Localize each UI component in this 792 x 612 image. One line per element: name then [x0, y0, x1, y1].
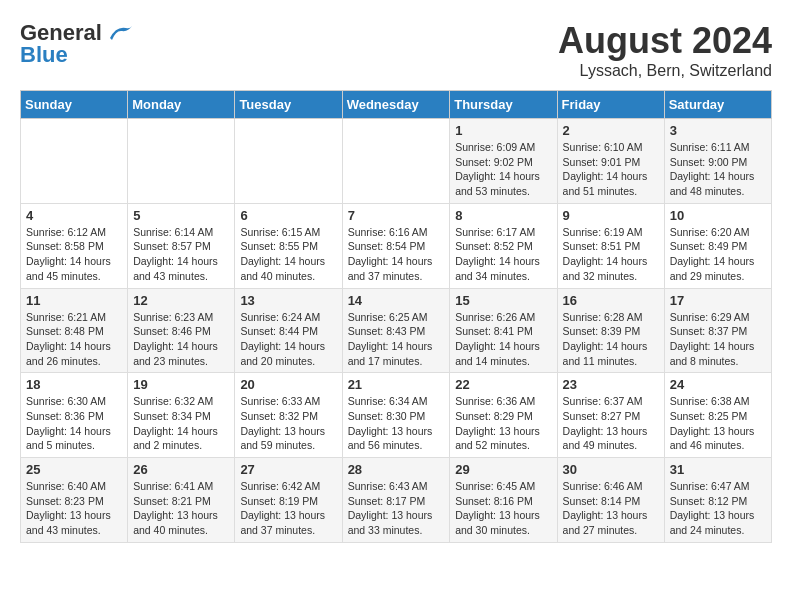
- day-info: Sunrise: 6:38 AM Sunset: 8:25 PM Dayligh…: [670, 394, 766, 453]
- day-number: 5: [133, 208, 229, 223]
- day-number: 28: [348, 462, 445, 477]
- day-info: Sunrise: 6:45 AM Sunset: 8:16 PM Dayligh…: [455, 479, 551, 538]
- calendar-cell: 6Sunrise: 6:15 AM Sunset: 8:55 PM Daylig…: [235, 203, 342, 288]
- day-number: 10: [670, 208, 766, 223]
- day-info: Sunrise: 6:33 AM Sunset: 8:32 PM Dayligh…: [240, 394, 336, 453]
- calendar-cell: 4Sunrise: 6:12 AM Sunset: 8:58 PM Daylig…: [21, 203, 128, 288]
- calendar-cell: 16Sunrise: 6:28 AM Sunset: 8:39 PM Dayli…: [557, 288, 664, 373]
- page-title: August 2024: [558, 20, 772, 62]
- day-info: Sunrise: 6:46 AM Sunset: 8:14 PM Dayligh…: [563, 479, 659, 538]
- day-info: Sunrise: 6:37 AM Sunset: 8:27 PM Dayligh…: [563, 394, 659, 453]
- calendar-cell: 29Sunrise: 6:45 AM Sunset: 8:16 PM Dayli…: [450, 458, 557, 543]
- calendar-cell: 24Sunrise: 6:38 AM Sunset: 8:25 PM Dayli…: [664, 373, 771, 458]
- col-header-wednesday: Wednesday: [342, 91, 450, 119]
- day-info: Sunrise: 6:26 AM Sunset: 8:41 PM Dayligh…: [455, 310, 551, 369]
- calendar-cell: 18Sunrise: 6:30 AM Sunset: 8:36 PM Dayli…: [21, 373, 128, 458]
- day-number: 4: [26, 208, 122, 223]
- calendar-week-1: 1Sunrise: 6:09 AM Sunset: 9:02 PM Daylig…: [21, 119, 772, 204]
- day-number: 23: [563, 377, 659, 392]
- calendar-cell: 21Sunrise: 6:34 AM Sunset: 8:30 PM Dayli…: [342, 373, 450, 458]
- day-info: Sunrise: 6:16 AM Sunset: 8:54 PM Dayligh…: [348, 225, 445, 284]
- day-number: 29: [455, 462, 551, 477]
- logo-blue: Blue: [20, 42, 68, 68]
- day-number: 17: [670, 293, 766, 308]
- day-info: Sunrise: 6:19 AM Sunset: 8:51 PM Dayligh…: [563, 225, 659, 284]
- calendar-cell: 5Sunrise: 6:14 AM Sunset: 8:57 PM Daylig…: [128, 203, 235, 288]
- day-number: 19: [133, 377, 229, 392]
- calendar-cell: 17Sunrise: 6:29 AM Sunset: 8:37 PM Dayli…: [664, 288, 771, 373]
- day-number: 1: [455, 123, 551, 138]
- day-info: Sunrise: 6:30 AM Sunset: 8:36 PM Dayligh…: [26, 394, 122, 453]
- day-info: Sunrise: 6:24 AM Sunset: 8:44 PM Dayligh…: [240, 310, 336, 369]
- day-info: Sunrise: 6:25 AM Sunset: 8:43 PM Dayligh…: [348, 310, 445, 369]
- calendar-cell: 28Sunrise: 6:43 AM Sunset: 8:17 PM Dayli…: [342, 458, 450, 543]
- title-block: August 2024 Lyssach, Bern, Switzerland: [558, 20, 772, 80]
- col-header-thursday: Thursday: [450, 91, 557, 119]
- day-number: 9: [563, 208, 659, 223]
- day-number: 8: [455, 208, 551, 223]
- logo-bird-icon: [106, 24, 134, 42]
- calendar-cell: 2Sunrise: 6:10 AM Sunset: 9:01 PM Daylig…: [557, 119, 664, 204]
- calendar-cell: 23Sunrise: 6:37 AM Sunset: 8:27 PM Dayli…: [557, 373, 664, 458]
- day-number: 27: [240, 462, 336, 477]
- day-number: 12: [133, 293, 229, 308]
- day-number: 24: [670, 377, 766, 392]
- day-info: Sunrise: 6:17 AM Sunset: 8:52 PM Dayligh…: [455, 225, 551, 284]
- day-number: 20: [240, 377, 336, 392]
- day-info: Sunrise: 6:11 AM Sunset: 9:00 PM Dayligh…: [670, 140, 766, 199]
- calendar-week-2: 4Sunrise: 6:12 AM Sunset: 8:58 PM Daylig…: [21, 203, 772, 288]
- calendar-cell: 10Sunrise: 6:20 AM Sunset: 8:49 PM Dayli…: [664, 203, 771, 288]
- calendar-week-3: 11Sunrise: 6:21 AM Sunset: 8:48 PM Dayli…: [21, 288, 772, 373]
- day-info: Sunrise: 6:28 AM Sunset: 8:39 PM Dayligh…: [563, 310, 659, 369]
- day-info: Sunrise: 6:09 AM Sunset: 9:02 PM Dayligh…: [455, 140, 551, 199]
- calendar-cell: 3Sunrise: 6:11 AM Sunset: 9:00 PM Daylig…: [664, 119, 771, 204]
- calendar-cell: 11Sunrise: 6:21 AM Sunset: 8:48 PM Dayli…: [21, 288, 128, 373]
- calendar-cell: 15Sunrise: 6:26 AM Sunset: 8:41 PM Dayli…: [450, 288, 557, 373]
- day-number: 13: [240, 293, 336, 308]
- logo: General Blue: [20, 20, 134, 68]
- day-info: Sunrise: 6:14 AM Sunset: 8:57 PM Dayligh…: [133, 225, 229, 284]
- calendar-cell: 13Sunrise: 6:24 AM Sunset: 8:44 PM Dayli…: [235, 288, 342, 373]
- day-number: 26: [133, 462, 229, 477]
- day-info: Sunrise: 6:36 AM Sunset: 8:29 PM Dayligh…: [455, 394, 551, 453]
- day-info: Sunrise: 6:12 AM Sunset: 8:58 PM Dayligh…: [26, 225, 122, 284]
- day-info: Sunrise: 6:40 AM Sunset: 8:23 PM Dayligh…: [26, 479, 122, 538]
- day-info: Sunrise: 6:21 AM Sunset: 8:48 PM Dayligh…: [26, 310, 122, 369]
- page-subtitle: Lyssach, Bern, Switzerland: [558, 62, 772, 80]
- day-number: 7: [348, 208, 445, 223]
- day-info: Sunrise: 6:23 AM Sunset: 8:46 PM Dayligh…: [133, 310, 229, 369]
- calendar-cell: [342, 119, 450, 204]
- calendar-table: SundayMondayTuesdayWednesdayThursdayFrid…: [20, 90, 772, 543]
- day-info: Sunrise: 6:42 AM Sunset: 8:19 PM Dayligh…: [240, 479, 336, 538]
- day-info: Sunrise: 6:20 AM Sunset: 8:49 PM Dayligh…: [670, 225, 766, 284]
- day-info: Sunrise: 6:43 AM Sunset: 8:17 PM Dayligh…: [348, 479, 445, 538]
- calendar-cell: 27Sunrise: 6:42 AM Sunset: 8:19 PM Dayli…: [235, 458, 342, 543]
- calendar-cell: [235, 119, 342, 204]
- day-number: 31: [670, 462, 766, 477]
- calendar-week-4: 18Sunrise: 6:30 AM Sunset: 8:36 PM Dayli…: [21, 373, 772, 458]
- calendar-cell: 7Sunrise: 6:16 AM Sunset: 8:54 PM Daylig…: [342, 203, 450, 288]
- day-number: 16: [563, 293, 659, 308]
- day-number: 25: [26, 462, 122, 477]
- calendar-cell: 14Sunrise: 6:25 AM Sunset: 8:43 PM Dayli…: [342, 288, 450, 373]
- calendar-cell: 26Sunrise: 6:41 AM Sunset: 8:21 PM Dayli…: [128, 458, 235, 543]
- day-info: Sunrise: 6:47 AM Sunset: 8:12 PM Dayligh…: [670, 479, 766, 538]
- day-info: Sunrise: 6:29 AM Sunset: 8:37 PM Dayligh…: [670, 310, 766, 369]
- calendar-cell: [21, 119, 128, 204]
- calendar-cell: 20Sunrise: 6:33 AM Sunset: 8:32 PM Dayli…: [235, 373, 342, 458]
- calendar-cell: 8Sunrise: 6:17 AM Sunset: 8:52 PM Daylig…: [450, 203, 557, 288]
- calendar-cell: 25Sunrise: 6:40 AM Sunset: 8:23 PM Dayli…: [21, 458, 128, 543]
- calendar-cell: 31Sunrise: 6:47 AM Sunset: 8:12 PM Dayli…: [664, 458, 771, 543]
- col-header-saturday: Saturday: [664, 91, 771, 119]
- day-info: Sunrise: 6:34 AM Sunset: 8:30 PM Dayligh…: [348, 394, 445, 453]
- page-header: General Blue August 2024 Lyssach, Bern, …: [20, 20, 772, 80]
- col-header-tuesday: Tuesday: [235, 91, 342, 119]
- calendar-cell: 1Sunrise: 6:09 AM Sunset: 9:02 PM Daylig…: [450, 119, 557, 204]
- day-number: 6: [240, 208, 336, 223]
- calendar-cell: 30Sunrise: 6:46 AM Sunset: 8:14 PM Dayli…: [557, 458, 664, 543]
- day-number: 3: [670, 123, 766, 138]
- day-number: 21: [348, 377, 445, 392]
- calendar-cell: 9Sunrise: 6:19 AM Sunset: 8:51 PM Daylig…: [557, 203, 664, 288]
- day-number: 14: [348, 293, 445, 308]
- day-number: 18: [26, 377, 122, 392]
